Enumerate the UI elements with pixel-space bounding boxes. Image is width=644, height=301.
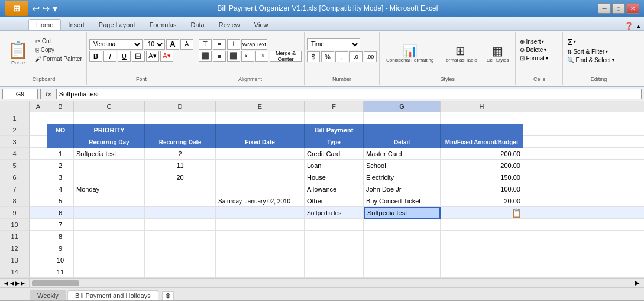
cell-e14[interactable] [216, 266, 305, 278]
insert-sheet-button[interactable]: ⊕ [162, 291, 174, 300]
decrease-indent-button[interactable]: ⇤ [241, 51, 254, 62]
wrap-text-button[interactable]: Wrap Text [241, 39, 267, 50]
font-color-button[interactable]: A▾ [160, 51, 173, 62]
tab-review[interactable]: Review [212, 20, 247, 30]
col-header-c[interactable]: C [74, 101, 145, 112]
row-header-12[interactable]: 12 [0, 242, 30, 254]
cell-f7[interactable]: Allowance [305, 183, 364, 195]
increase-indent-button[interactable]: ⇥ [255, 51, 268, 62]
cell-d3[interactable]: Recurring Date [145, 136, 216, 148]
cell-c2[interactable]: PRIORITY [74, 124, 145, 136]
align-center-button[interactable]: ≡ [213, 51, 226, 62]
cell-f6[interactable]: House [305, 171, 364, 183]
number-format-selector[interactable]: Time [307, 38, 360, 50]
cell-g11[interactable] [364, 231, 441, 242]
cell-b10[interactable]: 7 [47, 219, 74, 231]
row-header-8[interactable]: 8 [0, 195, 30, 207]
cell-b9[interactable]: 6 [47, 207, 74, 219]
percent-button[interactable]: $ [307, 51, 320, 62]
cell-h2[interactable] [441, 124, 523, 136]
col-header-g[interactable]: G [364, 101, 441, 112]
cell-g9[interactable]: Softpedia test [364, 207, 441, 219]
cell-h4[interactable]: 200.00 [441, 148, 523, 160]
col-header-b[interactable]: B [47, 101, 74, 112]
cell-c9[interactable] [74, 207, 145, 219]
cell-a9[interactable] [30, 207, 47, 219]
italic-button[interactable]: I [103, 51, 116, 62]
cell-g12[interactable] [364, 242, 441, 254]
help-button[interactable]: ❓ [624, 22, 633, 30]
percent-sign-button[interactable]: % [321, 51, 334, 62]
cell-c13[interactable] [74, 254, 145, 266]
tab-view[interactable]: View [247, 20, 276, 30]
office-button[interactable]: ⊞ [5, 1, 28, 16]
cell-f4[interactable]: Credit Card [305, 148, 364, 160]
cell-a4[interactable] [30, 148, 47, 160]
cell-c3[interactable]: Recurring Day [74, 136, 145, 148]
cell-reference-input[interactable]: G9 [2, 89, 38, 99]
row-header-6[interactable]: 6 [0, 171, 30, 183]
cell-g3[interactable]: Detail [364, 136, 441, 148]
cell-e1[interactable] [216, 112, 305, 124]
cell-h13[interactable] [441, 254, 523, 266]
sheet-tab-bill-payment[interactable]: Bill Payment and Holidays [67, 290, 158, 300]
comma-button[interactable]: , [335, 51, 348, 62]
cell-g2[interactable] [364, 124, 441, 136]
cell-a1[interactable] [30, 112, 47, 124]
cell-h11[interactable] [441, 231, 523, 242]
row-header-2[interactable]: 2 [0, 124, 30, 136]
decrease-decimal-button[interactable]: .00 [364, 51, 377, 62]
cell-h8[interactable]: 20.00 [441, 195, 523, 207]
cell-f12[interactable] [305, 242, 364, 254]
cell-c8[interactable] [74, 195, 145, 207]
delete-cells-button[interactable]: ⊖ Delete ▾ [518, 46, 550, 54]
cell-g1[interactable] [364, 112, 441, 124]
sheet-prev-button[interactable]: ◀ [10, 280, 14, 286]
cell-a13[interactable] [30, 254, 47, 266]
cell-c12[interactable] [74, 242, 145, 254]
cell-h12[interactable] [441, 242, 523, 254]
cell-d5[interactable]: 11 [145, 160, 216, 171]
cell-g13[interactable] [364, 254, 441, 266]
cell-b2[interactable]: NO [47, 124, 74, 136]
tab-page-layout[interactable]: Page Layout [92, 20, 143, 30]
row-header-7[interactable]: 7 [0, 183, 30, 195]
cell-d14[interactable] [145, 266, 216, 278]
cell-f14[interactable] [305, 266, 364, 278]
cell-b4[interactable]: 1 [47, 148, 74, 160]
format-as-table-button[interactable]: ⊞ Format as Table [439, 35, 481, 73]
col-header-e[interactable]: E [216, 101, 305, 112]
row-header-3[interactable]: 3 [0, 136, 30, 148]
cell-d1[interactable] [145, 112, 216, 124]
cell-a14[interactable] [30, 266, 47, 278]
cell-e4[interactable] [216, 148, 305, 160]
minimize-button[interactable]: ─ [598, 3, 611, 14]
scrollbar-track[interactable] [30, 280, 635, 286]
cell-c7[interactable]: Monday [74, 183, 145, 195]
tab-insert[interactable]: Insert [61, 20, 92, 30]
cell-h6[interactable]: 150.00 [441, 171, 523, 183]
format-cells-button[interactable]: ⊡ Format ▾ [518, 54, 550, 62]
cell-a2[interactable] [30, 124, 47, 136]
cell-b14[interactable]: 11 [47, 266, 74, 278]
cell-d2[interactable] [145, 124, 216, 136]
cell-g7[interactable]: John Doe Jr [364, 183, 441, 195]
col-header-f[interactable]: F [305, 101, 364, 112]
cell-d13[interactable] [145, 254, 216, 266]
cell-h7[interactable]: 100.00 [441, 183, 523, 195]
cell-c6[interactable] [74, 171, 145, 183]
borders-button[interactable]: ⊟ [132, 51, 145, 62]
cell-styles-button[interactable]: ▦ Cell Styles [483, 35, 513, 73]
cell-d10[interactable] [145, 219, 216, 231]
cell-d7[interactable] [145, 183, 216, 195]
col-header-h[interactable]: H [441, 101, 523, 112]
cell-a7[interactable] [30, 183, 47, 195]
cell-d11[interactable] [145, 231, 216, 242]
cell-f10[interactable] [305, 219, 364, 231]
cell-f3[interactable]: Type [305, 136, 364, 148]
scroll-right-button[interactable]: ▶ [635, 279, 644, 287]
sheet-last-button[interactable]: ▶| [21, 280, 26, 286]
row-header-13[interactable]: 13 [0, 254, 30, 266]
cell-b3[interactable] [47, 136, 74, 148]
insert-cells-button[interactable]: ⊕ Insert ▾ [518, 38, 550, 46]
